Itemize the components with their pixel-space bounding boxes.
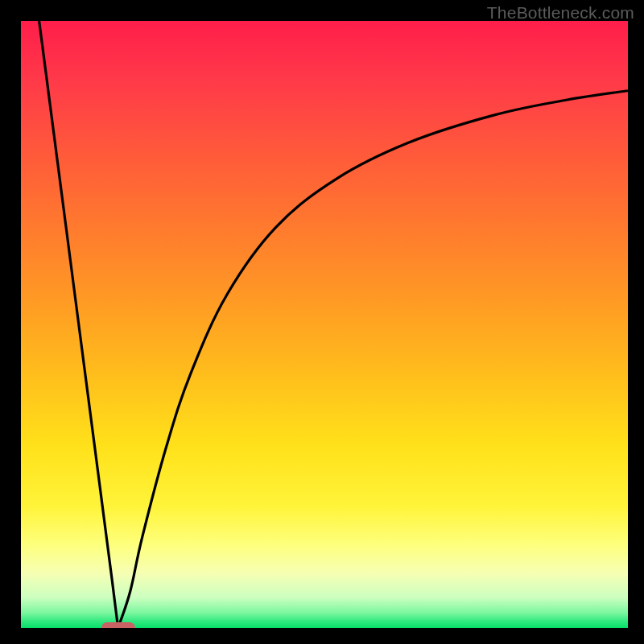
plot-area — [21, 21, 628, 628]
optimal-point-marker — [101, 622, 135, 628]
curve-left-branch — [39, 21, 118, 628]
curve-right-branch — [118, 91, 628, 628]
chart-canvas: TheBottleneck.com — [0, 0, 644, 644]
watermark-text: TheBottleneck.com — [487, 3, 634, 23]
bottleneck-curve — [21, 21, 628, 628]
